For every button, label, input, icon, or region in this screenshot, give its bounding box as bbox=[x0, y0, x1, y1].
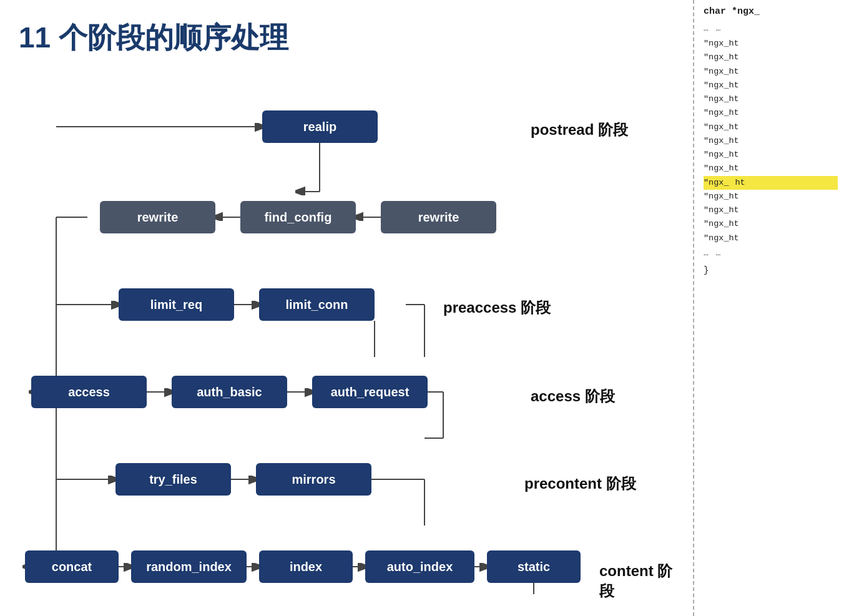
left-panel: 11 个阶段的顺序处理 bbox=[0, 0, 693, 616]
code-line-2: "ngx_ht bbox=[704, 65, 838, 79]
stage-content: content 阶段 bbox=[599, 561, 674, 601]
code-line-13: "ngx_ht bbox=[704, 217, 838, 231]
code-line-7: "ngx_ht bbox=[704, 134, 838, 148]
code-line-8: "ngx_ht bbox=[704, 148, 838, 162]
node-find-config: find_config bbox=[240, 201, 356, 233]
diagram: realip rewrite find_config rewrite limit… bbox=[19, 76, 674, 594]
code-line-0: "ngx_ht bbox=[704, 37, 838, 51]
stage-postread: postread 阶段 bbox=[531, 120, 628, 140]
node-auth-basic: auth_basic bbox=[172, 376, 287, 408]
code-line-9: "ngx_ht bbox=[704, 162, 838, 175]
node-mirrors: mirrors bbox=[256, 463, 371, 496]
node-rewrite2: rewrite bbox=[381, 201, 496, 233]
node-access: access bbox=[31, 376, 147, 408]
stage-access: access 阶段 bbox=[531, 386, 615, 406]
code-line-14: "ngx_ht bbox=[704, 232, 838, 245]
node-limit-req: limit_req bbox=[119, 288, 234, 321]
right-panel: char *ngx_ … … "ngx_ht"ngx_ht"ngx_ht"ngx… bbox=[693, 0, 844, 616]
node-random-index: random_index bbox=[131, 550, 247, 583]
node-try-files: try_files bbox=[115, 463, 231, 496]
arrows-svg bbox=[19, 76, 674, 594]
node-limit-conn: limit_conn bbox=[259, 288, 375, 321]
node-realip: realip bbox=[262, 110, 378, 143]
code-line-10: "ngx_ht bbox=[704, 176, 838, 190]
node-auth-request: auth_request bbox=[312, 376, 428, 408]
page-title: 11 个阶段的顺序处理 bbox=[19, 19, 680, 57]
node-auto-index: auto_index bbox=[365, 550, 474, 583]
code-dots-bottom: … … bbox=[704, 245, 838, 262]
code-title: char *ngx_ bbox=[704, 6, 838, 17]
code-line-1: "ngx_ht bbox=[704, 51, 838, 64]
code-line-3: "ngx_ht bbox=[704, 79, 838, 92]
node-concat: concat bbox=[25, 550, 119, 583]
code-dots-top: … … bbox=[704, 21, 838, 37]
code-lines: "ngx_ht"ngx_ht"ngx_ht"ngx_ht"ngx_ht"ngx_… bbox=[704, 37, 838, 245]
code-line-4: "ngx_ht bbox=[704, 92, 838, 106]
code-line-11: "ngx_ht bbox=[704, 190, 838, 203]
code-line-5: "ngx_ht bbox=[704, 106, 838, 120]
code-brace: } bbox=[704, 262, 838, 279]
node-index: index bbox=[259, 550, 353, 583]
code-line-12: "ngx_ht bbox=[704, 203, 838, 217]
stage-precontent: precontent 阶段 bbox=[524, 474, 636, 494]
node-static: static bbox=[487, 550, 581, 583]
stage-preaccess: preaccess 阶段 bbox=[443, 298, 551, 318]
node-rewrite1: rewrite bbox=[100, 201, 215, 233]
code-line-6: "ngx_ht bbox=[704, 120, 838, 134]
